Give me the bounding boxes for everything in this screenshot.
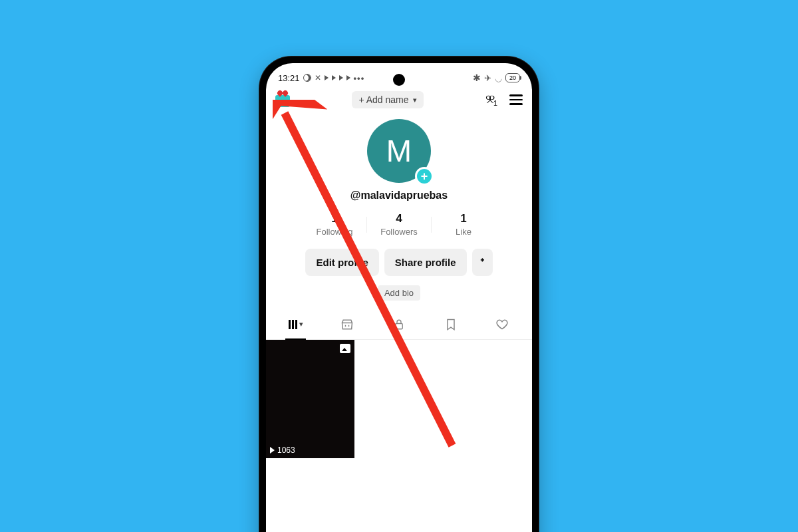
followers-label: Followers bbox=[367, 227, 431, 237]
username[interactable]: @malavidapruebas bbox=[266, 190, 532, 201]
screen: 13:21 ✕ ••• ✱ ✈ ◡ 20 + Add name ▾ bbox=[266, 63, 532, 532]
video-grid: 1063 bbox=[266, 340, 532, 458]
bluetooth-icon: ✱ bbox=[473, 72, 481, 83]
tab-liked[interactable] bbox=[476, 313, 528, 339]
following-label: Following bbox=[303, 227, 366, 237]
svg-rect-0 bbox=[396, 324, 403, 329]
chevron-down-icon: ▾ bbox=[299, 320, 303, 329]
share-profile-button[interactable]: Share profile bbox=[384, 249, 467, 276]
view-count: 1063 bbox=[270, 446, 295, 455]
following-count: 1 bbox=[303, 212, 366, 225]
following-stat[interactable]: 1 Following bbox=[303, 212, 366, 237]
action-buttons: Edit profile Share profile ᕀ bbox=[266, 249, 532, 276]
play-icon bbox=[346, 75, 350, 80]
tab-shop[interactable] bbox=[322, 313, 374, 339]
dnd-icon bbox=[303, 74, 311, 82]
airplane-icon: ✈ bbox=[484, 73, 491, 83]
app-header: + Add name ▾ ୨୧1 bbox=[266, 86, 532, 111]
clock: 13:21 bbox=[278, 73, 300, 83]
add-bio-button[interactable]: Add bio bbox=[378, 285, 420, 301]
add-name-button[interactable]: + Add name ▾ bbox=[352, 91, 423, 108]
play-icon bbox=[332, 75, 336, 80]
tab-saved[interactable] bbox=[425, 313, 477, 339]
front-camera bbox=[393, 74, 405, 86]
image-icon bbox=[340, 344, 350, 353]
likes-count: 1 bbox=[432, 212, 495, 225]
followers-stat[interactable]: 4 Followers bbox=[367, 212, 431, 237]
add-name-label: + Add name bbox=[358, 94, 408, 105]
phone-frame: 13:21 ✕ ••• ✱ ✈ ◡ 20 + Add name ▾ bbox=[259, 57, 539, 532]
edit-profile-button[interactable]: Edit profile bbox=[305, 249, 378, 276]
heart-icon bbox=[495, 318, 509, 331]
gift-icon[interactable] bbox=[275, 95, 290, 107]
play-icon bbox=[270, 447, 275, 454]
more-icon: ••• bbox=[354, 73, 365, 83]
tab-feed[interactable]: ▾ bbox=[270, 313, 322, 339]
shop-icon bbox=[340, 318, 354, 331]
menu-button[interactable] bbox=[509, 94, 523, 105]
tab-private[interactable] bbox=[373, 313, 425, 339]
footprints-icon: ୨୧ bbox=[485, 92, 492, 106]
add-friend-icon: ᕀ bbox=[480, 256, 485, 269]
add-friends-button[interactable]: ᕀ bbox=[472, 249, 493, 276]
likes-stat[interactable]: 1 Like bbox=[432, 212, 495, 237]
lock-icon bbox=[393, 318, 405, 331]
bookmark-icon bbox=[444, 318, 458, 331]
content-tabs: ▾ bbox=[266, 313, 532, 340]
wifi-icon: ◡ bbox=[495, 73, 502, 83]
battery-icon: 20 bbox=[505, 73, 520, 82]
viewers-button[interactable]: ୨୧1 bbox=[485, 92, 497, 107]
followers-count: 4 bbox=[367, 212, 431, 225]
stats-row: 1 Following 4 Followers 1 Like bbox=[266, 212, 532, 237]
video-thumbnail[interactable]: 1063 bbox=[266, 340, 354, 458]
play-icon bbox=[325, 75, 329, 80]
likes-label: Like bbox=[432, 227, 495, 237]
avatar-container: M + bbox=[266, 119, 532, 183]
viewers-count: 1 bbox=[493, 99, 497, 107]
avatar-initial: M bbox=[386, 133, 412, 169]
avatar[interactable]: M + bbox=[367, 119, 431, 183]
mute-icon: ✕ bbox=[315, 73, 321, 82]
add-photo-button[interactable]: + bbox=[415, 167, 434, 186]
chevron-down-icon: ▾ bbox=[413, 96, 417, 104]
play-icon bbox=[339, 75, 343, 80]
